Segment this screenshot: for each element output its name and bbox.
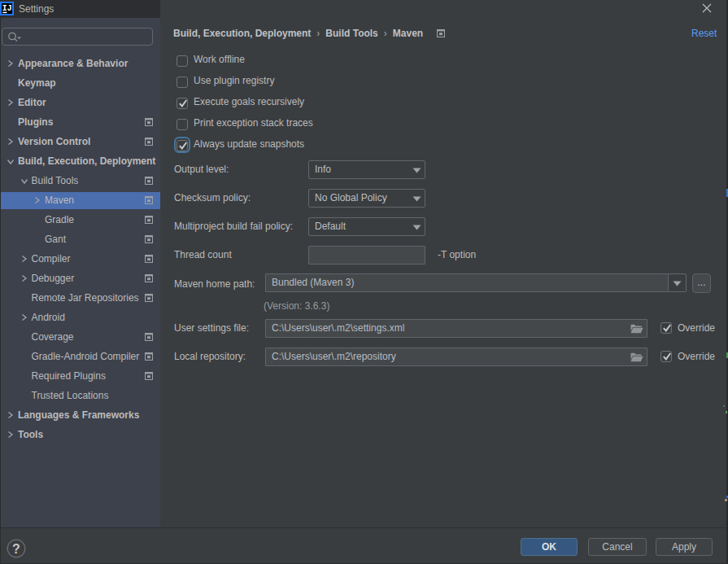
svg-text:?: ? xyxy=(12,542,20,556)
svg-text:IJ: IJ xyxy=(2,4,12,13)
